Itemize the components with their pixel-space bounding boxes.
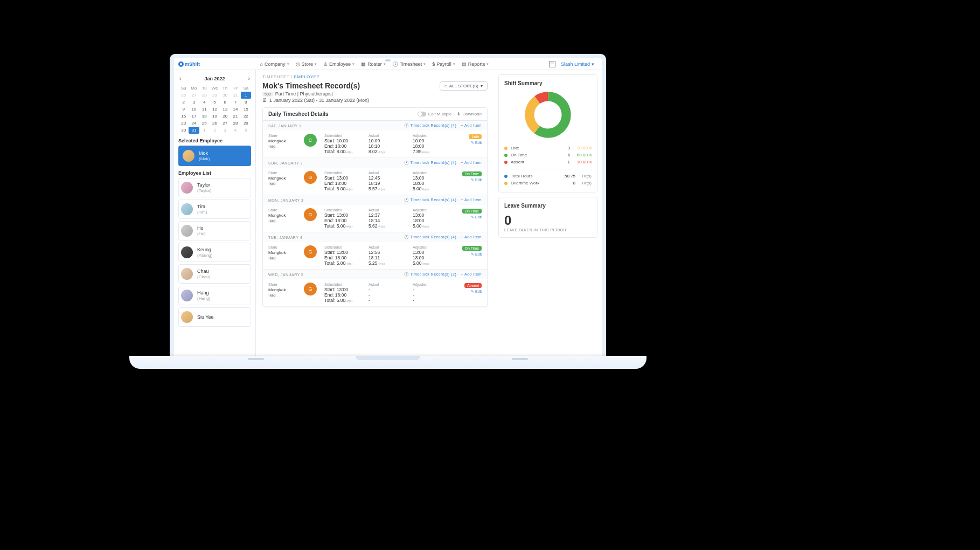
employee-list-item[interactable]: Taylor(Taylor): [178, 178, 251, 197]
breadcrumb-root[interactable]: TIMESHEET: [262, 74, 289, 79]
scheduled-label: Scheduled: [324, 245, 364, 249]
calendar-day[interactable]: 24: [189, 120, 199, 127]
edit-multiple-toggle[interactable]: Edit Multiple: [418, 112, 452, 116]
calendar-day[interactable]: 28: [230, 120, 240, 127]
chevron-down-icon: ▾: [287, 62, 289, 66]
edit-link[interactable]: ✎ Edit: [458, 178, 482, 182]
nav-item-roster[interactable]: ▦Roster▾: [358, 61, 389, 67]
edit-link[interactable]: ✎ Edit: [458, 252, 482, 257]
employee-list-item[interactable]: Tim(Tim): [178, 200, 251, 219]
add-item-link[interactable]: + Add Item: [461, 161, 482, 165]
add-item-link[interactable]: + Add Item: [461, 123, 482, 128]
nav-item-employee[interactable]: ♙Employee▾: [320, 61, 358, 67]
calendar-day[interactable]: 5: [210, 99, 220, 106]
calendar-day[interactable]: 4: [199, 99, 210, 106]
calendar-day[interactable]: 3: [220, 127, 230, 134]
timeclock-records-link[interactable]: 🕓 Timeclock Record(s) (4): [404, 123, 457, 128]
calendar-day[interactable]: 25: [199, 120, 210, 127]
logo[interactable]: mShift: [178, 61, 200, 67]
calendar-day[interactable]: 30: [220, 92, 230, 99]
actual-end: 18:19: [369, 181, 408, 186]
edit-link[interactable]: ✎ Edit: [458, 215, 482, 219]
add-item-link[interactable]: + Add Item: [461, 272, 482, 277]
calendar-day[interactable]: 1: [241, 92, 251, 99]
nav-item-payroll[interactable]: $Payroll▾: [429, 61, 458, 67]
nav-item-company[interactable]: ⌂Company▾: [257, 61, 293, 67]
calendar-day[interactable]: 22: [241, 113, 251, 120]
employee-sub: (Hang): [197, 296, 210, 301]
employee-list-item[interactable]: Chau(Chau): [178, 264, 251, 284]
actual-end: 18:11: [369, 255, 408, 260]
calendar-day[interactable]: 5: [241, 127, 251, 134]
nav-item-timesheet[interactable]: 🕓Timesheet▾: [389, 61, 429, 67]
calendar-day[interactable]: 6: [220, 99, 230, 106]
calendar-day[interactable]: 3: [189, 99, 199, 106]
edit-link[interactable]: ✎ Edit: [458, 141, 482, 145]
day-date: MON, JANUARY 3: [268, 198, 303, 202]
calendar-day[interactable]: 18: [199, 113, 210, 120]
nav-label: Payroll: [436, 61, 451, 67]
employee-list-item[interactable]: Siu Yee: [178, 307, 251, 327]
scheduled-label: Scheduled: [324, 208, 364, 212]
calendar-day[interactable]: 30: [178, 127, 189, 134]
calendar-day[interactable]: 9: [178, 106, 189, 113]
employee-list-label: Employee List: [178, 170, 251, 176]
calendar-prev-button[interactable]: ‹: [178, 74, 182, 82]
calendar-day[interactable]: 29: [241, 120, 251, 127]
calendar-next-button[interactable]: ›: [247, 74, 251, 82]
calendar-day[interactable]: 2: [178, 99, 189, 106]
actual-end: -: [369, 292, 408, 298]
edit-link[interactable]: ✎ Edit: [458, 290, 482, 294]
calendar-day[interactable]: 12: [210, 106, 220, 113]
company-dropdown[interactable]: Slash Limited ▾: [558, 61, 597, 67]
calendar-day[interactable]: 8: [241, 99, 251, 106]
nav-item-store[interactable]: ◎Store▾: [293, 61, 321, 67]
calendar-day[interactable]: 21: [230, 113, 240, 120]
calendar-day[interactable]: 14: [230, 106, 240, 113]
calendar-day[interactable]: 15: [241, 106, 251, 113]
calendar-day[interactable]: 10: [189, 106, 199, 113]
calendar-day[interactable]: 28: [199, 92, 210, 99]
calendar-day[interactable]: 2: [210, 127, 220, 134]
nav-item-reports[interactable]: ▤Reports▾: [458, 61, 492, 67]
download-button[interactable]: ⬇ Download: [457, 112, 482, 116]
calendar-day[interactable]: 27: [220, 120, 230, 127]
leave-subtitle: LEAVE TAKEN IN THIS PERIOD: [504, 228, 592, 232]
add-item-link[interactable]: + Add Item: [461, 198, 482, 202]
timeclock-records-link[interactable]: 🕓 Timeclock Record(s) (4): [404, 235, 457, 239]
calendar-day[interactable]: 13: [220, 106, 230, 113]
edit-multiple-label: Edit Multiple: [428, 112, 452, 116]
day-group: SUN, JANUARY 2🕓 Timeclock Record(s) (4)+…: [263, 158, 487, 195]
calendar-day[interactable]: 17: [189, 113, 199, 120]
employee-list-item[interactable]: Keung(Keung): [178, 243, 251, 262]
legend-total-row: Total Hours50.75Hr(s): [504, 173, 592, 180]
calendar-day[interactable]: 27: [189, 92, 199, 99]
add-item-link[interactable]: + Add Item: [461, 235, 482, 239]
calendar-day[interactable]: 26: [178, 92, 189, 99]
calendar-day[interactable]: 19: [210, 113, 220, 120]
timeclock-records-link[interactable]: 🕓 Timeclock Record(s) (4): [404, 198, 457, 202]
calendar-day[interactable]: 26: [210, 120, 220, 127]
chevron-down-icon: ▾: [481, 84, 483, 88]
actual-total: 8.02Hr(s): [369, 149, 408, 154]
shift-badge: C: [304, 134, 317, 147]
calendar-day[interactable]: 11: [199, 106, 210, 113]
calendar-day[interactable]: 31: [189, 127, 199, 134]
calendar-day[interactable]: 4: [230, 127, 240, 134]
calendar-day[interactable]: 1: [199, 127, 210, 134]
timeclock-records-link[interactable]: 🕓 Timeclock Record(s) (4): [404, 161, 457, 165]
calendar-day[interactable]: 20: [220, 113, 230, 120]
language-icon[interactable]: 中: [549, 61, 555, 67]
store-filter-dropdown[interactable]: ⌂ ALL STORE(S) ▾: [440, 81, 488, 91]
employee-meta: Part Time | Physiotherapist: [275, 91, 333, 97]
employee-list-item[interactable]: Hang(Hang): [178, 286, 251, 305]
calendar-day[interactable]: 31: [230, 92, 240, 99]
calendar-day[interactable]: 7: [230, 99, 240, 106]
calendar-day[interactable]: 16: [178, 113, 189, 120]
shift-badge: G: [304, 283, 317, 295]
timeclock-records-link[interactable]: 🕓 Timeclock Record(s) (2): [404, 272, 457, 277]
employee-list-item[interactable]: Ho(Ho): [178, 221, 251, 240]
selected-employee-card[interactable]: Mok (Mok): [178, 146, 251, 166]
calendar-day[interactable]: 29: [210, 92, 220, 99]
calendar-day[interactable]: 23: [178, 120, 189, 127]
